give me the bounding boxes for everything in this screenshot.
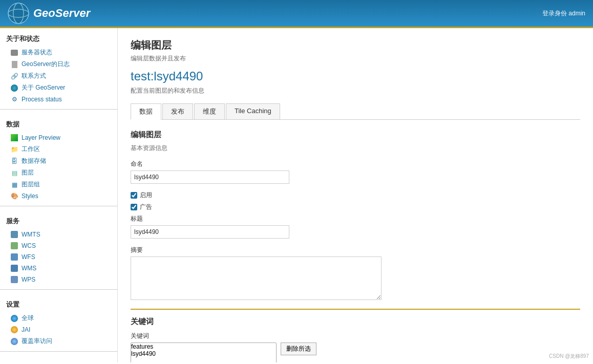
- tabs: 数据 发布 维度 Tile Caching: [131, 103, 580, 120]
- sidebar-item-styles[interactable]: 🎨 Styles: [0, 190, 117, 202]
- main-layout: 关于和状态 服务器状态 GeoServer的日志 🔗 联系方式 关于 GeoSe…: [0, 28, 593, 362]
- sidebar-label: 全球: [22, 314, 34, 323]
- sidebar-section-tile-caching: Tile Caching: [0, 356, 117, 362]
- enabled-checkbox-row: 启用: [131, 191, 580, 200]
- doc-icon: [10, 60, 18, 69]
- ad-checkbox[interactable]: [131, 204, 137, 210]
- sidebar-item-geoserver-log[interactable]: GeoServer的日志: [0, 58, 117, 70]
- tab-data[interactable]: 数据: [131, 103, 161, 120]
- divider: [0, 109, 117, 110]
- app-header: GeoServer 登录身份 admin: [0, 0, 593, 28]
- jai-icon: [10, 326, 18, 334]
- abstract-textarea[interactable]: [131, 256, 382, 300]
- divider: [0, 206, 117, 206]
- keywords-section: 关键词 关键词 features lsyd4490 删除所选 新的关键字 词汇: [131, 309, 580, 362]
- tab-dimension[interactable]: 维度: [194, 103, 225, 119]
- sidebar-section-about: 关于和状态: [0, 28, 117, 47]
- divider: [0, 289, 117, 290]
- sidebar-section-services: 服务: [0, 210, 117, 229]
- wmts-icon: [10, 230, 18, 239]
- ad-label: 广告: [140, 203, 152, 211]
- style-icon: 🎨: [10, 192, 18, 200]
- keyword-option-features[interactable]: features: [131, 343, 276, 350]
- sidebar-item-about-geoserver[interactable]: 关于 GeoServer: [0, 82, 117, 94]
- title-input[interactable]: [131, 225, 289, 239]
- sidebar-item-datastores[interactable]: 🗄 数据存储: [0, 155, 117, 167]
- name-field: 命名: [131, 160, 580, 184]
- keywords-label: 关键词: [131, 332, 580, 340]
- sidebar-label: 图层组: [22, 180, 40, 189]
- layergroup-icon: ▦: [10, 181, 18, 189]
- keywords-title: 关键词: [131, 317, 580, 327]
- abstract-field: 摘要: [131, 246, 580, 302]
- tab-publish[interactable]: 发布: [162, 103, 193, 119]
- title-field: 标题: [131, 215, 580, 239]
- sidebar: 关于和状态 服务器状态 GeoServer的日志 🔗 联系方式 关于 GeoSe…: [0, 28, 118, 362]
- sidebar-label: WMS: [22, 265, 36, 272]
- keywords-listbox[interactable]: features lsyd4490: [131, 342, 277, 362]
- wms-icon: [10, 264, 18, 272]
- name-label: 命名: [131, 160, 580, 168]
- sidebar-item-wms[interactable]: WMS: [0, 263, 117, 274]
- sidebar-item-global[interactable]: 全球: [0, 312, 117, 324]
- ad-checkbox-row: 广告: [131, 203, 580, 211]
- sidebar-label: 服务器状态: [22, 48, 52, 57]
- sidebar-label: Layer Preview: [22, 134, 60, 141]
- sidebar-label: Process status: [22, 96, 62, 103]
- sidebar-item-process-status[interactable]: ⚙ Process status: [0, 94, 117, 105]
- enabled-checkbox[interactable]: [131, 192, 137, 199]
- keyword-option-lsyd4490[interactable]: lsyd4490: [131, 350, 276, 357]
- wps-icon: [10, 275, 18, 284]
- layer-name: test:lsyd4490: [131, 69, 580, 83]
- wfs-icon: [10, 253, 18, 261]
- globe2-icon: [10, 314, 18, 323]
- sidebar-label: 图层: [22, 168, 34, 177]
- geoserver-icon: [10, 84, 18, 92]
- sidebar-item-layers[interactable]: ▤ 图层: [0, 167, 117, 179]
- sidebar-item-wps[interactable]: WPS: [0, 274, 117, 285]
- sidebar-item-server-status[interactable]: 服务器状态: [0, 47, 117, 58]
- sidebar-item-wfs[interactable]: WFS: [0, 251, 117, 263]
- remove-keywords-button[interactable]: 删除所选: [281, 342, 316, 355]
- user-info: 登录身份 admin: [542, 9, 585, 18]
- wcs-icon: [10, 242, 18, 250]
- sidebar-item-wmts[interactable]: WMTS: [0, 229, 117, 240]
- sidebar-item-jai[interactable]: JAI: [0, 324, 117, 335]
- db-icon: 🗄: [10, 157, 18, 165]
- sidebar-label: WMTS: [22, 231, 40, 238]
- tab-tile-caching[interactable]: Tile Caching: [226, 103, 280, 119]
- sidebar-label: WFS: [22, 253, 35, 261]
- divider: [0, 351, 117, 352]
- logo: GeoServer: [8, 3, 90, 24]
- sidebar-label: Styles: [22, 192, 38, 200]
- sidebar-label: WCS: [22, 242, 36, 249]
- gear-icon: ⚙: [10, 95, 18, 103]
- page-subtitle: 编辑层数据并且发布: [131, 54, 580, 63]
- coverage-icon: [10, 337, 18, 346]
- sidebar-label: 数据存储: [22, 157, 46, 165]
- sidebar-item-workspaces[interactable]: 📁 工作区: [0, 143, 117, 155]
- sidebar-label: 工作区: [22, 145, 40, 154]
- sidebar-item-wcs[interactable]: WCS: [0, 240, 117, 251]
- layers-icon: ▤: [10, 169, 18, 177]
- sidebar-item-coverage-access[interactable]: 覆盖率访问: [0, 335, 117, 347]
- link-icon: 🔗: [10, 72, 18, 80]
- sidebar-label: GeoServer的日志: [22, 60, 70, 69]
- server-icon: [10, 49, 18, 57]
- sidebar-section-data: 数据: [0, 114, 117, 132]
- page-title: 编辑图层: [131, 38, 580, 52]
- watermark: CSDN @龙梯897: [549, 353, 589, 360]
- main-content: 编辑图层 编辑层数据并且发布 test:lsyd4490 配置当前图层的和发布信…: [118, 28, 593, 362]
- sidebar-label: 覆盖率访问: [22, 337, 52, 346]
- logo-globe-icon: [8, 3, 29, 24]
- layer-desc: 配置当前图层的和发布信息: [131, 87, 580, 95]
- section-subtitle: 基本资源信息: [131, 144, 580, 153]
- keywords-row: features lsyd4490 删除所选: [131, 342, 580, 362]
- name-input[interactable]: [131, 170, 289, 184]
- folder-icon: 📁: [10, 145, 18, 154]
- sidebar-item-layergroups[interactable]: ▦ 图层组: [0, 179, 117, 190]
- sidebar-item-contact[interactable]: 🔗 联系方式: [0, 70, 117, 82]
- sidebar-item-layer-preview[interactable]: Layer Preview: [0, 132, 117, 143]
- sidebar-label: 关于 GeoServer: [22, 83, 65, 92]
- sidebar-label: 联系方式: [22, 72, 46, 80]
